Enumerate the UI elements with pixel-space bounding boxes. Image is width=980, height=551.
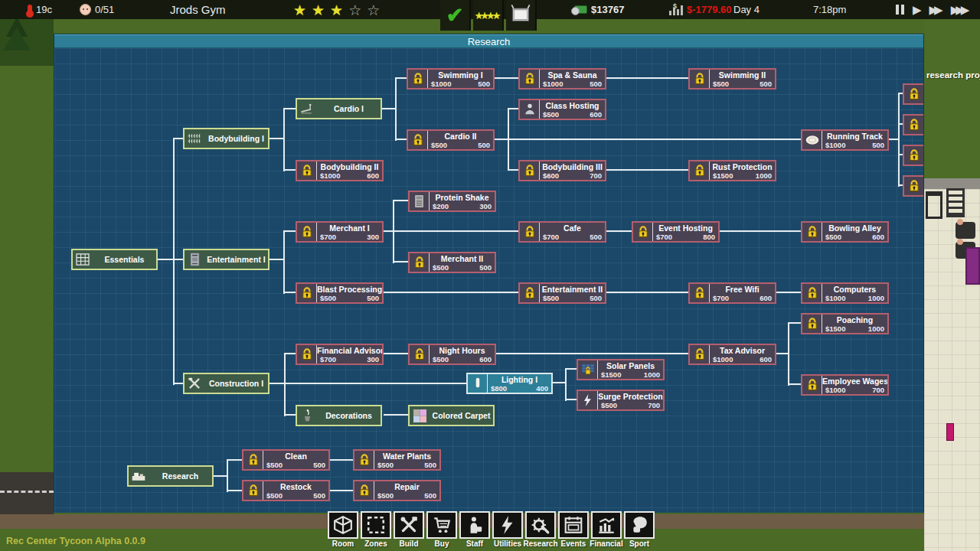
node-restock[interactable]: Restock$500500 [242, 480, 330, 501]
node-poaching[interactable]: Poaching$15001000 [801, 313, 889, 334]
lock-icon [408, 131, 428, 149]
node-merchant-1[interactable]: Merchant I$700300 [296, 221, 384, 243]
node-surge-protection[interactable]: Surge Protection$500700 [577, 390, 665, 411]
tree-connector-line [384, 292, 519, 293]
node-cafe[interactable]: Cafe$700500 [518, 221, 606, 243]
tree-connector-line [395, 77, 407, 79]
ring-alert-button[interactable] [506, 0, 537, 31]
pause-button[interactable] [894, 5, 905, 15]
node-night-hours[interactable]: Night Hours$500600 [408, 344, 496, 365]
node-title: Bodybuilding III [540, 162, 605, 171]
node-lighting-1[interactable]: Lighting I$800400 [466, 373, 553, 394]
boxing-ring-icon [510, 3, 531, 28]
node-swimming-2[interactable]: Swimming II$500500 [688, 68, 776, 90]
inspection-alert-button[interactable]: ✔ [440, 0, 471, 31]
node-research[interactable]: Research [127, 465, 214, 487]
thermometer-icon [28, 5, 32, 15]
node-swimming-1[interactable]: Swimming I$1000500 [407, 68, 495, 90]
node-cardio-1[interactable]: Cardio I [296, 98, 382, 119]
node-financial-advisor[interactable]: Financial Advisor$700300 [296, 344, 384, 365]
node-title: Research [162, 471, 198, 481]
profit-group: $ $-1779.60 [669, 0, 732, 19]
node-event-hosting[interactable]: Event Hosting$700800 [632, 221, 720, 243]
node-tax-advisor[interactable]: Tax Advisor$1000600 [688, 344, 776, 365]
node-entertainment-2[interactable]: Entertainment II$500500 [518, 282, 606, 304]
node-rust-protection[interactable]: Rust Protection$15001000 [688, 160, 776, 181]
toolbar-button-room[interactable]: Room [328, 511, 358, 548]
node-meta: $600700 [543, 171, 602, 180]
node-repair[interactable]: Repair$500500 [353, 480, 441, 501]
node-title: Surge Protection [598, 392, 663, 401]
financial-icon [591, 511, 622, 539]
node-class-hosting[interactable]: Class Hosting$500600 [518, 99, 606, 120]
node-body: Computers$10001000 [822, 284, 887, 302]
node-free-wifi[interactable]: Free Wifi$700600 [688, 282, 776, 304]
tree-connector-line [393, 200, 394, 263]
node-spa-sauna[interactable]: Spa & Sauna$1000500 [518, 68, 606, 90]
toolbar-button-events[interactable]: Events [558, 511, 589, 548]
weights-icon [185, 129, 204, 148]
node-cost: $1000 [320, 171, 340, 180]
node-cost: $500 [377, 461, 394, 469]
node-decorations[interactable]: Decorations [296, 405, 382, 426]
node-bodybuilding-2[interactable]: Bodybuilding II$1000600 [296, 160, 384, 181]
toolbar-button-build[interactable]: Build [394, 511, 424, 548]
node-bowling-alley[interactable]: Bowling Alley$500600 [801, 221, 889, 243]
node-body: Employee Wages$1000700 [822, 376, 887, 394]
toolbar-button-research[interactable]: Research [525, 511, 556, 548]
node-protein-shake[interactable]: Protein Shake$200300 [408, 191, 496, 212]
node-blast-processing[interactable]: Blast Processing$500500 [296, 282, 384, 304]
node-employee-wages[interactable]: Employee Wages$1000700 [801, 374, 889, 396]
node-cost: $500 [320, 294, 336, 302]
toolbar-button-financial[interactable]: Financial [591, 511, 622, 548]
play-button[interactable]: ▶ [913, 4, 922, 15]
fast-forward-button[interactable]: ▶▶ [929, 4, 943, 15]
star-empty-icon: ☆ [348, 2, 363, 19]
gym-name: Jrods Gym [170, 3, 226, 16]
lock-icon [904, 177, 923, 195]
tree-connector-line [776, 292, 802, 293]
node-edge-4[interactable] [903, 175, 923, 197]
shake-icon [410, 192, 430, 210]
toolbar-button-sport[interactable]: Sport [624, 511, 655, 548]
node-meta: $800400 [491, 384, 548, 393]
node-running-track[interactable]: Running Track$1000500 [801, 129, 889, 151]
node-cost: $500 [266, 491, 283, 500]
fastest-forward-button[interactable]: ▶▶▶ [951, 4, 970, 15]
carpet-icon [410, 406, 430, 425]
node-edge-1[interactable] [903, 83, 923, 105]
node-edge-2[interactable] [903, 114, 923, 135]
node-title: Event Hosting [653, 223, 718, 233]
toolbar-button-zones[interactable]: Zones [361, 511, 391, 548]
node-body: Construction I [204, 374, 268, 393]
node-meta: $15001000 [825, 324, 884, 333]
reviews-alert-button[interactable]: ★★★★ [473, 0, 504, 31]
toolbar-label: Buy [435, 540, 449, 548]
node-body: Spa & Sauna$1000500 [540, 70, 605, 88]
profit-value: $-1779.60 [687, 4, 732, 15]
tree-connector-line [283, 108, 285, 171]
node-cardio-2[interactable]: Cardio II$500500 [407, 129, 495, 151]
node-body: Water Plants$500500 [374, 451, 439, 469]
node-construction-1[interactable]: Construction I [183, 373, 270, 394]
node-title: Swimming I [428, 70, 493, 80]
node-bodybuilding-1[interactable]: Bodybuilding I [183, 128, 270, 149]
tree-connector-line [330, 459, 354, 461]
node-essentials[interactable]: Essentials [71, 249, 158, 270]
node-points: 500 [760, 80, 772, 88]
toolbar-button-buy[interactable]: Buy [426, 511, 457, 548]
node-entertainment-1[interactable]: Entertainment I [183, 249, 270, 270]
node-clean[interactable]: Clean$500500 [242, 449, 330, 471]
node-colored-carpet[interactable]: Colored Carpet [408, 405, 495, 426]
node-computers[interactable]: Computers$10001000 [801, 282, 889, 304]
node-bodybuilding-3[interactable]: Bodybuilding III$600700 [518, 160, 606, 181]
lock-icon [243, 451, 263, 469]
node-merchant-2[interactable]: Merchant II$500500 [408, 252, 496, 273]
toolbar-button-utilities[interactable]: Utilities [492, 511, 523, 548]
node-body: Event Hosting$700800 [653, 223, 718, 241]
node-water-plants[interactable]: Water Plants$500500 [353, 449, 441, 471]
node-edge-3[interactable] [903, 145, 923, 166]
toolbar-button-staff[interactable]: Staff [459, 511, 490, 548]
person-icon [520, 100, 540, 119]
node-solar-panels[interactable]: Solar Panels$15001000 [577, 359, 665, 380]
